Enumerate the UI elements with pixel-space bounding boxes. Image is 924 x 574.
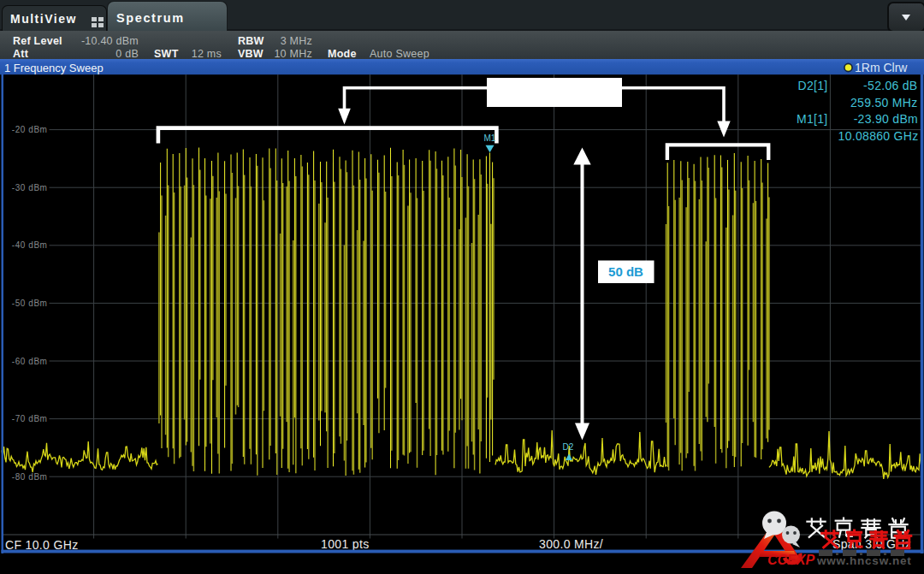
svg-text:-30 dBm: -30 dBm xyxy=(12,183,48,192)
svg-text:50 dB: 50 dB xyxy=(608,264,643,279)
svg-text:1 Frequency Sweep: 1 Frequency Sweep xyxy=(4,62,104,74)
svg-text:-70 dBm: -70 dBm xyxy=(12,414,48,423)
svg-text:CCEXP: CCEXP xyxy=(767,553,814,567)
svg-text:1Rm Clrw: 1Rm Clrw xyxy=(855,61,908,74)
svg-text:-20 dBm: -20 dBm xyxy=(12,125,48,134)
svg-text:-50 dBm: -50 dBm xyxy=(12,299,48,308)
svg-text:-52.06 dB: -52.06 dB xyxy=(863,79,917,92)
svg-text:10.08860 GHz: 10.08860 GHz xyxy=(838,129,919,143)
svg-text:259.50 MHz: 259.50 MHz xyxy=(850,96,917,109)
svg-text:M1: M1 xyxy=(484,133,496,143)
svg-text:-80 dBm: -80 dBm xyxy=(12,472,48,482)
svg-text:-60 dBm: -60 dBm xyxy=(12,357,48,366)
svg-text:-40 dBm: -40 dBm xyxy=(12,240,48,250)
svg-text:M1[1]: M1[1] xyxy=(797,112,828,126)
svg-text:300.0 MHz/: 300.0 MHz/ xyxy=(539,537,603,551)
svg-text:1001 pts: 1001 pts xyxy=(321,537,370,551)
svg-text:www.hncsw.net: www.hncsw.net xyxy=(816,554,912,567)
svg-text:CF 10.0 GHz: CF 10.0 GHz xyxy=(5,538,79,552)
svg-text:D2[1]: D2[1] xyxy=(798,79,828,92)
svg-text:-23.90 dBm: -23.90 dBm xyxy=(854,112,918,126)
svg-text:D2: D2 xyxy=(563,442,574,452)
